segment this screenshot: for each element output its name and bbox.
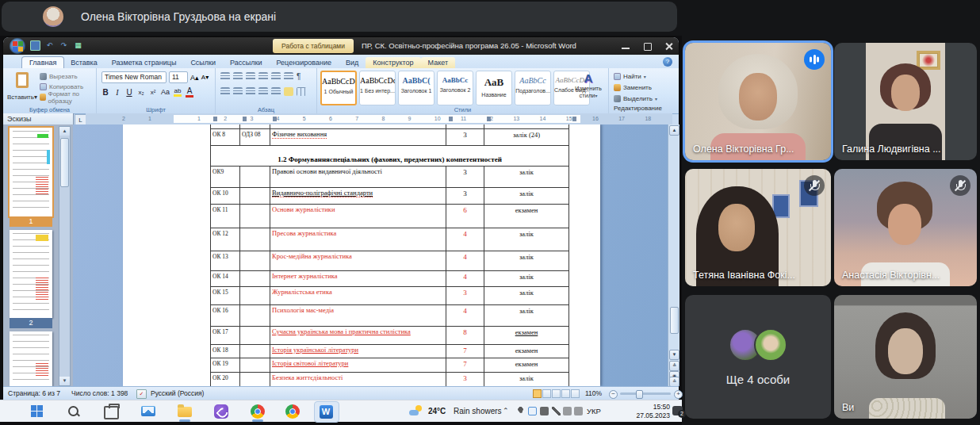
superscript-button[interactable]: x²	[149, 89, 157, 96]
thumbnails-scroll-down-icon[interactable]: ▼	[59, 377, 70, 385]
thumbnails-scrollbar[interactable]: ▲ ▼	[59, 126, 71, 386]
scroll-thumb[interactable]	[670, 307, 679, 334]
column-marker[interactable]	[213, 117, 217, 121]
more-participants-tile[interactable]: Ще 4 особи	[685, 295, 831, 419]
multilevel-list-icon[interactable]	[246, 72, 255, 81]
save-icon[interactable]	[30, 40, 40, 51]
page-indicator[interactable]: Страница: 6 из 7	[8, 387, 60, 400]
decrease-indent-icon[interactable]	[258, 72, 268, 81]
change-styles-button[interactable]: A Изменить стили▾	[572, 71, 605, 99]
change-case-button[interactable]: Aa	[161, 88, 170, 96]
help-icon[interactable]: ?	[663, 57, 672, 67]
thumbnail-page-3[interactable]	[10, 331, 52, 386]
justify-icon[interactable]	[258, 87, 268, 96]
align-left-icon[interactable]	[220, 87, 230, 96]
grow-font-icon[interactable]: A▴	[190, 74, 199, 82]
task-view-icon[interactable]	[101, 403, 119, 420]
tab-recenzirovanie[interactable]: Рецензирование	[269, 57, 339, 68]
word-count[interactable]: Число слов: 1 398	[71, 387, 128, 400]
outline-view-icon[interactable]	[561, 389, 570, 398]
language-indicator[interactable]: Русский (Россия)	[151, 387, 204, 400]
subscript-button[interactable]: x₂	[137, 89, 145, 96]
align-right-icon[interactable]	[246, 87, 255, 96]
undo-icon[interactable]: ↶	[44, 40, 55, 51]
video-tile-self[interactable]: Ви	[834, 295, 977, 419]
weather-temp[interactable]: 24°C	[428, 400, 446, 422]
web-layout-view-icon[interactable]	[552, 389, 561, 398]
fullscreen-view-icon[interactable]	[542, 389, 551, 398]
style-normal[interactable]: AaBbCcDc1 Обычный	[320, 71, 357, 105]
redo-icon[interactable]: ↷	[59, 40, 69, 51]
highlight-color-button[interactable]: ab	[174, 87, 182, 97]
viber-icon[interactable]	[212, 403, 230, 420]
zoom-slider[interactable]	[620, 392, 671, 395]
chrome-profile2-icon[interactable]	[284, 403, 301, 420]
office-button[interactable]	[10, 38, 25, 54]
tab-rassylki[interactable]: Рассылки	[223, 57, 269, 68]
paste-button[interactable]: Вставить▾	[7, 71, 37, 105]
search-icon[interactable]	[65, 403, 82, 420]
print-layout-view-icon[interactable]	[533, 389, 542, 398]
shrink-font-icon[interactable]: A▾	[201, 74, 209, 81]
tray-network-icon[interactable]	[563, 407, 572, 415]
line-spacing-icon[interactable]	[271, 87, 281, 96]
tab-vstavka[interactable]: Вставка	[63, 57, 104, 68]
file-explorer-icon[interactable]	[176, 403, 193, 420]
numbering-icon[interactable]	[233, 72, 243, 81]
style-heading2[interactable]: AaBbCcЗаголовок 2	[437, 71, 473, 105]
column-marker[interactable]	[449, 117, 453, 121]
italic-button[interactable]: I	[113, 88, 121, 97]
format-painter-button[interactable]: Формат по образцу	[40, 92, 96, 102]
thumbnail-page-1[interactable]	[10, 128, 52, 216]
language-switcher[interactable]: УКР	[587, 400, 601, 422]
thumbnail-page-2[interactable]	[10, 230, 52, 318]
tab-konstruktor[interactable]: Конструктор	[366, 57, 420, 68]
tab-maket[interactable]: Макет	[421, 57, 455, 68]
video-tile-participant[interactable]: Тетяна Іванівна Фокі...	[685, 169, 831, 286]
thumbnails-scroll-up-icon[interactable]: ▲	[59, 127, 70, 136]
video-tile-participant[interactable]: Галина Людвигівна ...	[834, 43, 977, 160]
tab-razmetka[interactable]: Разметка страницы	[105, 57, 184, 68]
word-taskbar-icon[interactable]: W	[317, 403, 335, 420]
underline-button[interactable]: U	[125, 88, 133, 97]
zoom-level[interactable]: 110%	[585, 387, 602, 400]
style-subtitle[interactable]: AaBbCcПодзаголов...	[515, 71, 551, 105]
zoom-in-icon[interactable]: +	[674, 390, 683, 399]
draft-view-icon[interactable]	[571, 389, 580, 398]
tab-vid[interactable]: Вид	[339, 57, 366, 68]
tab-ssylki[interactable]: Ссылки	[183, 57, 223, 68]
clock[interactable]: 15:50 27.05.2023	[614, 403, 670, 419]
zoom-out-icon[interactable]: −	[609, 390, 618, 399]
zoom-slider-thumb[interactable]	[636, 390, 643, 399]
close-button-icon[interactable]	[664, 42, 674, 51]
spellcheck-icon[interactable]: ✓	[136, 389, 147, 399]
tray-cast-icon[interactable]	[528, 407, 537, 415]
sort-icon[interactable]	[284, 72, 293, 81]
tray-speaker-icon[interactable]	[552, 407, 561, 415]
tray-chevron-icon[interactable]: ⌃	[503, 400, 509, 422]
bullets-icon[interactable]	[220, 72, 230, 81]
word-titlebar[interactable]: ↶ ↷ ▦ Работа с таблицами ПР, СК. Освітнь…	[3, 37, 679, 55]
tab-glavnaya[interactable]: Главная	[22, 57, 63, 68]
font-size-select[interactable]: 11	[169, 71, 188, 83]
replace-button[interactable]: Заменить	[609, 82, 674, 93]
document-area[interactable]: ОК 8ОДЗ 08 Фізичне виховання 3 залік (24…	[73, 124, 668, 386]
tray-pen-icon[interactable]	[540, 407, 549, 415]
find-button[interactable]: Найти▾	[609, 71, 674, 82]
minimize-button-icon[interactable]	[621, 42, 631, 51]
font-family-select[interactable]: Times New Roman	[101, 71, 167, 83]
font-color-button[interactable]: A	[186, 86, 193, 98]
column-marker[interactable]	[572, 117, 576, 121]
weather-icon[interactable]	[409, 405, 422, 416]
align-center-icon[interactable]	[233, 87, 243, 96]
cut-button[interactable]: Вырезать	[40, 71, 96, 82]
chrome-icon[interactable]	[249, 403, 266, 420]
video-tile-presenter[interactable]: Олена Вікторівна Гр...	[685, 43, 831, 160]
notification-icon[interactable]: 2	[672, 406, 683, 415]
column-marker[interactable]	[243, 117, 247, 121]
style-heading1[interactable]: AaBbC(Заголовок 1	[398, 71, 434, 105]
borders-icon[interactable]	[297, 87, 306, 96]
start-button[interactable]	[29, 403, 46, 420]
bold-button[interactable]: B	[101, 88, 109, 97]
weather-desc[interactable]: Rain showers	[454, 400, 502, 422]
